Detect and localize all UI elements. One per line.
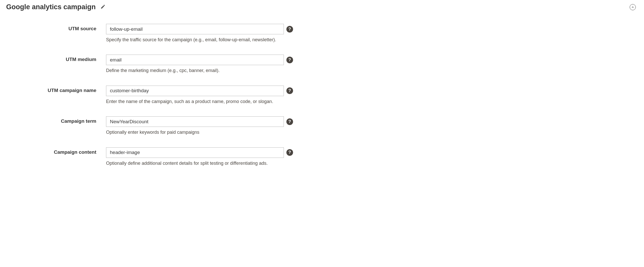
edit-icon[interactable] (100, 4, 106, 10)
help-icon[interactable]: ? (286, 118, 293, 125)
input-wrap: ? (106, 86, 293, 96)
utm-campaign-input[interactable] (106, 86, 284, 96)
field-utm-source: UTM source ? Specify the traffic source … (6, 24, 638, 43)
utm-source-input[interactable] (106, 24, 284, 34)
help-icon[interactable]: ? (286, 87, 293, 94)
utm-medium-input[interactable] (106, 55, 284, 65)
section-title: Google analytics campaign (6, 3, 96, 11)
field-utm-campaign: UTM campaign name ? Enter the name of th… (6, 86, 638, 105)
campaign-term-label: Campaign term (6, 116, 106, 124)
campaign-term-input[interactable] (106, 116, 284, 127)
utm-campaign-hint: Enter the name of the campaign, such as … (106, 99, 293, 105)
input-column: ? Enter the name of the campaign, such a… (106, 86, 293, 105)
field-campaign-term: Campaign term ? Optionally enter keyword… (6, 116, 638, 135)
input-column: ? Specify the traffic source for the cam… (106, 24, 293, 43)
campaign-term-hint: Optionally enter keywords for paid campa… (106, 129, 293, 135)
input-wrap: ? (106, 55, 293, 65)
header-left: Google analytics campaign (6, 3, 106, 11)
input-wrap: ? (106, 116, 293, 127)
utm-medium-hint: Define the marketing medium (e.g., cpc, … (106, 68, 293, 74)
input-column: ? Optionally define additional content d… (106, 147, 293, 166)
form-container: UTM source ? Specify the traffic source … (6, 24, 638, 166)
help-icon[interactable]: ? (286, 149, 293, 156)
field-campaign-content: Campaign content ? Optionally define add… (6, 147, 638, 166)
help-icon[interactable]: ? (286, 57, 293, 63)
utm-source-label: UTM source (6, 24, 106, 32)
section-header: Google analytics campaign (6, 3, 638, 11)
input-wrap: ? (106, 147, 293, 158)
utm-source-hint: Specify the traffic source for the campa… (106, 37, 293, 43)
campaign-content-hint: Optionally define additional content det… (106, 160, 293, 166)
field-utm-medium: UTM medium ? Define the marketing medium… (6, 55, 638, 74)
input-column: ? Optionally enter keywords for paid cam… (106, 116, 293, 135)
input-column: ? Define the marketing medium (e.g., cpc… (106, 55, 293, 74)
campaign-content-label: Campaign content (6, 147, 106, 155)
utm-campaign-label: UTM campaign name (6, 86, 106, 93)
input-wrap: ? (106, 24, 293, 34)
collapse-toggle[interactable] (630, 4, 636, 10)
utm-medium-label: UTM medium (6, 55, 106, 62)
campaign-content-input[interactable] (106, 147, 284, 158)
help-icon[interactable]: ? (286, 26, 293, 33)
